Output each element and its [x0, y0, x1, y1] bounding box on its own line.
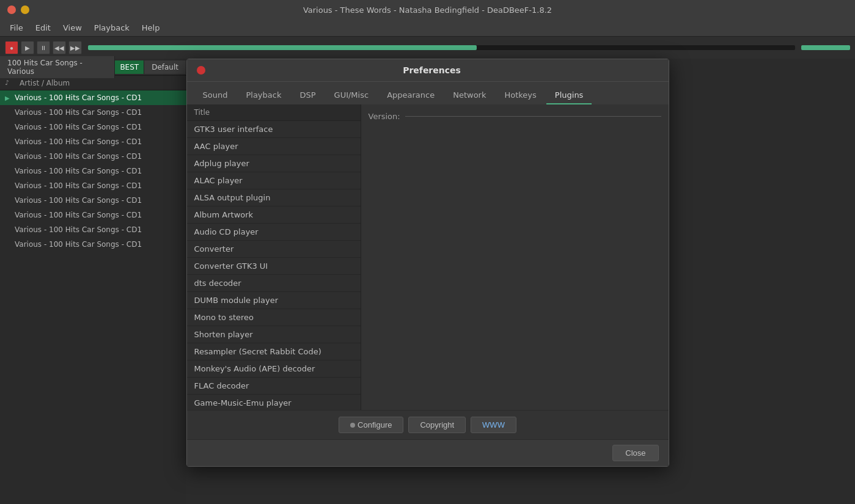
version-row: Version: [369, 112, 661, 121]
track-label: Various - 100 Hits Car Songs - CD1 [15, 167, 142, 175]
track-item[interactable]: ▶ Various - 100 Hits Car Songs - CD1 [0, 90, 186, 105]
volume-bar[interactable] [801, 45, 850, 50]
menu-view[interactable]: View [58, 22, 87, 34]
plugin-item-dumb[interactable]: DUMB module player [187, 292, 361, 309]
track-label: Various - 100 Hits Car Songs - CD1 [15, 211, 142, 219]
record-button[interactable]: ● [5, 41, 18, 54]
plugin-item[interactable]: GTK3 user interface [187, 121, 361, 138]
track-label: Various - 100 Hits Car Songs - CD1 [15, 225, 142, 234]
tab-playback[interactable]: Playback [237, 87, 290, 104]
plugin-item[interactable]: ALAC player [187, 172, 361, 189]
track-item[interactable]: Various - 100 Hits Car Songs - CD1 [0, 222, 186, 237]
col-header-row: ♪ Artist / Album [0, 76, 186, 90]
tab-dsp[interactable]: DSP [291, 87, 324, 104]
close-button[interactable]: Close [612, 445, 658, 461]
plugin-item[interactable]: AAC player [187, 138, 361, 155]
plugin-item[interactable]: Audio CD player [187, 224, 361, 241]
tab-plugins[interactable]: Plugins [546, 87, 592, 104]
plugin-item[interactable]: dts decoder [187, 275, 361, 292]
track-label: Various - 100 Hits Car Songs - CD1 [15, 137, 142, 146]
track-label: Various - 100 Hits Car Songs - CD1 [15, 93, 142, 102]
tab-gui-misc[interactable]: GUI/Misc [326, 87, 378, 104]
playlist-tab-default[interactable]: Default [144, 60, 186, 74]
dialog-title: Preferences [205, 65, 659, 75]
plugin-item-converter[interactable]: Converter [187, 241, 361, 258]
version-label: Version: [369, 112, 400, 121]
next-button[interactable]: ▶▶ [68, 41, 82, 54]
menu-edit[interactable]: Edit [31, 22, 56, 34]
window-controls [7, 5, 29, 14]
plugin-item[interactable]: Game-Music-Emu player [187, 395, 361, 410]
track-item[interactable]: Various - 100 Hits Car Songs - CD1 [0, 120, 186, 134]
plugin-item[interactable]: Adplug player [187, 155, 361, 172]
track-item[interactable]: Various - 100 Hits Car Songs - CD1 [0, 149, 186, 164]
playlist-tab-main[interactable]: 100 Hits Car Songs - Various [0, 56, 115, 78]
play-indicator: ▶ [5, 95, 15, 101]
menubar: File Edit View Playback Help [0, 20, 855, 37]
music-icon: ♪ [5, 79, 20, 87]
tracklist-panel: 100 Hits Car Songs - Various BEST Defaul… [0, 59, 186, 504]
preferences-tabs: Sound Playback DSP GUI/Misc Appearance N… [187, 82, 669, 104]
plugin-item[interactable]: Converter GTK3 UI [187, 258, 361, 275]
progress-bar[interactable] [88, 45, 795, 50]
track-label: Various - 100 Hits Car Songs - CD1 [15, 108, 142, 117]
col-artist-album: Artist / Album [20, 79, 70, 87]
track-label: Various - 100 Hits Car Songs - CD1 [15, 181, 142, 190]
progress-fill [88, 45, 477, 50]
track-label: Various - 100 Hits Car Songs - CD1 [15, 123, 142, 131]
www-button[interactable]: WWW [471, 417, 516, 433]
plugin-item[interactable]: Mono to stereo [187, 309, 361, 326]
track-label: Various - 100 Hits Car Songs - CD1 [15, 152, 142, 161]
plugin-list-pane: Title GTK3 user interface AAC player Adp… [187, 104, 361, 410]
copyright-button[interactable]: Copyright [408, 417, 466, 433]
plugin-detail-pane: Version: [361, 104, 669, 410]
plugin-item[interactable]: Monkey's Audio (APE) decoder [187, 360, 361, 378]
transport-bar: ● ▶ ⏸ ◀◀ ▶▶ [0, 37, 855, 59]
minimize-window-button[interactable] [21, 5, 29, 14]
plugin-item[interactable]: ALSA output plugin [187, 189, 361, 206]
plugin-item[interactable]: FLAC decoder [187, 378, 361, 395]
track-item[interactable]: Various - 100 Hits Car Songs - CD1 [0, 164, 186, 178]
pause-button[interactable]: ⏸ [37, 41, 50, 54]
plugin-detail-area [369, 126, 661, 358]
play-button[interactable]: ▶ [21, 41, 34, 54]
action-buttons-row: Configure Copyright WWW [187, 410, 669, 439]
track-item[interactable]: Various - 100 Hits Car Songs - CD1 [0, 134, 186, 149]
prev-button[interactable]: ◀◀ [53, 41, 66, 54]
configure-dot-icon [350, 423, 355, 428]
plugin-list-header: Title [187, 104, 361, 121]
playlist-header: 100 Hits Car Songs - Various BEST Defaul… [0, 59, 186, 76]
version-separator [405, 116, 661, 117]
track-item[interactable]: Various - 100 Hits Car Songs - CD1 [0, 193, 186, 208]
track-item[interactable]: Various - 100 Hits Car Songs - CD1 [0, 237, 186, 252]
tab-appearance[interactable]: Appearance [378, 87, 443, 104]
dialog-footer: Close [187, 439, 669, 466]
preferences-dialog: Preferences Sound Playback DSP GUI/Misc … [186, 59, 669, 467]
menu-playback[interactable]: Playback [89, 22, 134, 34]
tab-sound[interactable]: Sound [194, 87, 237, 104]
dialog-body: Title GTK3 user interface AAC player Adp… [187, 104, 669, 410]
plugin-item-album-artwork[interactable]: Album Artwork [187, 206, 361, 224]
playlist-tab-best[interactable]: BEST [115, 60, 144, 74]
dialog-titlebar: Preferences [187, 59, 669, 82]
track-label: Various - 100 Hits Car Songs - CD1 [15, 240, 142, 249]
menu-help[interactable]: Help [137, 22, 165, 34]
track-item[interactable]: Various - 100 Hits Car Songs - CD1 [0, 178, 186, 193]
configure-button[interactable]: Configure [339, 417, 403, 433]
track-item[interactable]: Various - 100 Hits Car Songs - CD1 [0, 105, 186, 120]
window-title: Various - These Words - Natasha Bedingfi… [303, 5, 552, 15]
tab-network[interactable]: Network [444, 87, 494, 104]
configure-label: Configure [358, 420, 392, 429]
menu-file[interactable]: File [5, 22, 28, 34]
tab-hotkeys[interactable]: Hotkeys [496, 87, 545, 104]
dialog-close-icon[interactable] [197, 66, 205, 75]
plugin-item-shorten[interactable]: Shorten player [187, 326, 361, 343]
track-label: Various - 100 Hits Car Songs - CD1 [15, 196, 142, 205]
titlebar: Various - These Words - Natasha Bedingfi… [0, 0, 855, 20]
track-item[interactable]: Various - 100 Hits Car Songs - CD1 [0, 208, 186, 222]
plugin-item[interactable]: Resampler (Secret Rabbit Code) [187, 343, 361, 360]
close-window-button[interactable] [7, 5, 16, 14]
